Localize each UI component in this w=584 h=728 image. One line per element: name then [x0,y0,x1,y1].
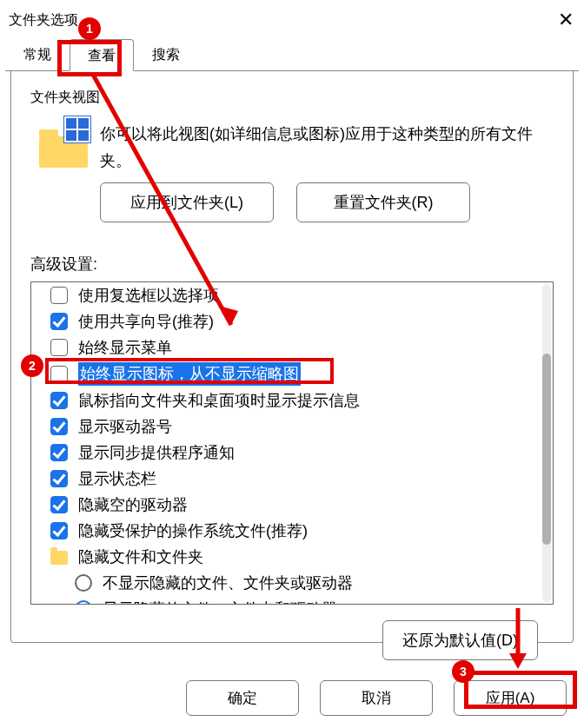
list-item-label: 不显示隐藏的文件、文件夹或驱动器 [103,572,353,594]
ok-button[interactable]: 确定 [186,680,299,716]
tab-general[interactable]: 常规 [5,38,70,70]
list-item[interactable]: 始终显示图标，从不显示缩略图 [31,361,553,387]
scrollbar[interactable] [542,284,551,602]
list-item[interactable]: 隐藏受保护的操作系统文件(推荐) [31,518,553,544]
list-item[interactable]: 使用共享向导(推荐) [31,308,553,334]
folder-views-label: 文件夹视图 [30,89,554,107]
list-item-label: 使用复选框以选择项 [78,284,219,307]
scrollbar-thumb[interactable] [542,354,551,545]
list-item-label: 显示隐藏的文件、文件夹和驱动器 [103,598,337,605]
close-icon[interactable]: ✕ [551,7,581,33]
list-item[interactable]: 隐藏文件和文件夹 [31,544,553,570]
annotation-badge-3: 3 [452,660,474,683]
annotation-badge-1: 1 [78,17,101,40]
annotation-badge-2: 2 [21,354,43,377]
radio[interactable] [75,574,92,592]
checkbox[interactable] [50,339,68,356]
list-item-label: 显示状态栏 [78,467,156,490]
list-item-label: 显示驱动器号 [78,415,172,438]
list-item[interactable]: 隐藏空的驱动器 [31,492,553,518]
tab-search[interactable]: 搜索 [134,38,198,70]
window-title: 文件夹选项 [9,11,78,30]
list-item[interactable]: 始终显示菜单 [31,334,553,361]
list-item[interactable]: 显示同步提供程序通知 [31,440,553,466]
list-item-label: 隐藏文件和文件夹 [78,546,203,568]
list-item-label: 始终显示菜单 [78,336,172,359]
list-item[interactable]: 使用复选框以选择项 [31,282,553,308]
checkbox[interactable] [50,444,68,461]
cancel-button[interactable]: 取消 [320,680,433,716]
advanced-settings-label: 高级设置: [30,254,554,275]
folder-views-desc: 你可以将此视图(如详细信息或图标)应用于这种类型的所有文件夹。 [100,116,554,174]
tab-bar: 常规 查看 搜索 [5,38,579,71]
list-item[interactable]: 不显示隐藏的文件、文件夹或驱动器 [31,570,553,596]
apply-button[interactable]: 应用(A) [454,680,567,716]
list-item-label: 鼠标指向文件夹和桌面项时显示提示信息 [78,389,360,412]
folder-icon [50,551,68,565]
folder-view-icon [39,128,88,168]
list-item-label: 隐藏受保护的操作系统文件(推荐) [78,520,308,542]
list-item[interactable]: 鼠标指向文件夹和桌面项时显示提示信息 [31,387,553,414]
checkbox[interactable] [50,470,68,487]
list-item[interactable]: 显示驱动器号 [31,414,553,440]
apply-to-folders-button[interactable]: 应用到文件夹(L) [100,182,274,222]
list-item[interactable]: 显示隐藏的文件、文件夹和驱动器 [31,596,553,605]
checkbox[interactable] [50,366,68,383]
checkbox[interactable] [50,522,68,539]
radio[interactable] [75,600,92,605]
advanced-settings-list[interactable]: 使用复选框以选择项使用共享向导(推荐)始终显示菜单始终显示图标，从不显示缩略图鼠… [30,281,554,605]
checkbox[interactable] [50,496,68,513]
list-item-label: 隐藏空的驱动器 [78,493,188,516]
checkbox[interactable] [50,392,68,409]
list-item-label: 始终显示图标，从不显示缩略图 [78,362,301,385]
list-item-label: 显示同步提供程序通知 [78,441,235,464]
checkbox[interactable] [50,418,68,435]
restore-defaults-button[interactable]: 还原为默认值(D) [382,620,538,660]
checkbox[interactable] [50,287,68,304]
checkbox[interactable] [50,313,68,330]
list-item-label: 使用共享向导(推荐) [78,310,214,333]
tab-view[interactable]: 查看 [70,39,134,71]
list-item[interactable]: 显示状态栏 [31,466,553,492]
reset-folders-button[interactable]: 重置文件夹(R) [296,182,470,222]
